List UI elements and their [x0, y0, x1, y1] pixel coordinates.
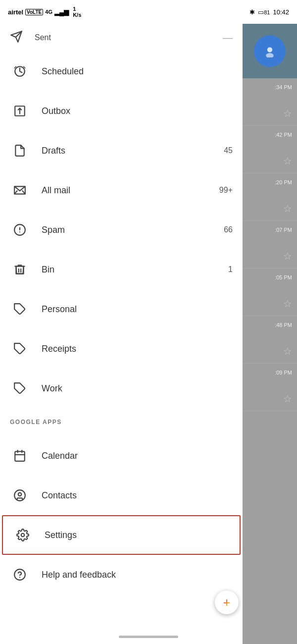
peek-email-row-5: :05 PM ☆ [243, 268, 297, 316]
main-layout: Sent — Scheduled [0, 24, 297, 644]
peek-star-2: ☆ [283, 155, 292, 167]
scheduled-icon [10, 61, 30, 81]
peek-time-2: :42 PM [275, 132, 292, 138]
drafts-badge: 45 [224, 146, 233, 155]
data-speed: 1K/s [73, 6, 81, 18]
allmail-icon [10, 180, 30, 200]
personal-icon [10, 299, 30, 319]
bin-item[interactable]: Bin 1 [0, 250, 243, 289]
allmail-item[interactable]: All mail 99+ [0, 170, 243, 210]
svg-rect-10 [16, 267, 23, 274]
peek-email-row-2: :42 PM ☆ [243, 126, 297, 173]
email-peek-panel: :34 PM ☆ :42 PM ☆ :20 PM ☆ :07 PM ☆ :05 … [243, 24, 297, 644]
outbox-item[interactable]: Outbox [0, 91, 243, 131]
settings-icon [13, 525, 33, 545]
outbox-label: Outbox [42, 106, 233, 116]
network-type: VoLTE [25, 9, 43, 15]
spam-badge: 66 [224, 225, 233, 234]
email-list-peek: :34 PM ☆ :42 PM ☆ :20 PM ☆ :07 PM ☆ :05 … [243, 78, 297, 644]
personal-item[interactable]: Personal [0, 289, 243, 329]
sent-item[interactable]: Sent — [0, 24, 243, 52]
sent-icon [10, 30, 23, 45]
bin-icon [10, 260, 30, 279]
peek-time-3: :20 PM [275, 179, 292, 185]
help-label: Help and feedback [42, 570, 233, 580]
receipts-item[interactable]: Receipts [0, 329, 243, 369]
calendar-label: Calendar [42, 451, 233, 461]
bin-badge: 1 [228, 265, 233, 274]
avatar-container [243, 24, 297, 78]
signal-4g: 4G [45, 9, 52, 15]
contacts-item[interactable]: Contacts [0, 476, 243, 515]
calendar-item[interactable]: Calendar [0, 436, 243, 476]
peek-email-row-6: :48 PM ☆ [243, 316, 297, 364]
drafts-label: Drafts [42, 146, 212, 156]
time-label: 10:42 [273, 8, 289, 16]
navigation-drawer: Sent — Scheduled [0, 24, 243, 644]
peek-time-1: :34 PM [275, 84, 292, 90]
battery-icon: ▭81 [258, 8, 270, 16]
contacts-icon [10, 485, 30, 505]
outbox-icon [10, 101, 30, 121]
svg-rect-11 [15, 451, 25, 461]
drafts-item[interactable]: Drafts 45 [0, 131, 243, 170]
settings-label: Settings [45, 530, 230, 540]
receipts-label: Receipts [42, 344, 233, 354]
work-label: Work [42, 383, 233, 394]
svg-point-16 [18, 493, 22, 496]
work-item[interactable]: Work [0, 369, 243, 408]
peek-email-row-1: :34 PM ☆ [243, 78, 297, 126]
spam-label: Spam [42, 225, 212, 235]
compose-fab[interactable]: + [215, 590, 239, 614]
spam-icon [10, 220, 30, 240]
scheduled-item[interactable]: Scheduled [0, 52, 243, 91]
peek-star-4: ☆ [283, 250, 292, 262]
bin-label: Bin [42, 265, 216, 275]
google-apps-section-label: GOOGLE APPS [0, 408, 243, 436]
scheduled-label: Scheduled [42, 66, 233, 77]
personal-label: Personal [42, 304, 233, 315]
svg-point-21 [267, 47, 272, 52]
peek-email-row-3: :20 PM ☆ [243, 173, 297, 221]
peek-time-4: :07 PM [275, 227, 292, 233]
peek-time-7: :09 PM [275, 370, 292, 376]
peek-star-3: ☆ [283, 203, 292, 215]
peek-star-5: ☆ [283, 298, 292, 310]
peek-star-6: ☆ [283, 345, 292, 357]
allmail-badge: 99+ [219, 186, 233, 195]
peek-star-7: ☆ [283, 393, 292, 405]
bluetooth-icon: ✱ [249, 8, 255, 16]
work-icon [10, 378, 30, 398]
carrier-label: airtel [8, 8, 23, 16]
status-right: ✱ ▭81 10:42 [249, 8, 289, 16]
calendar-icon [10, 446, 30, 466]
avatar [254, 35, 286, 67]
drafts-icon [10, 141, 30, 161]
spam-item[interactable]: Spam 66 [0, 210, 243, 250]
contacts-label: Contacts [42, 490, 233, 501]
status-left: airtel VoLTE 4G ▂▄▆ 1K/s [8, 6, 81, 18]
svg-point-17 [21, 534, 25, 537]
peek-email-row-7: :09 PM ☆ [243, 364, 297, 411]
help-item[interactable]: Help and feedback [0, 555, 243, 594]
compose-plus-icon: + [223, 595, 230, 610]
home-indicator [119, 636, 178, 638]
allmail-label: All mail [42, 185, 207, 196]
peek-email-row-4: :07 PM ☆ [243, 221, 297, 268]
peek-time-6: :48 PM [275, 322, 292, 328]
status-bar: airtel VoLTE 4G ▂▄▆ 1K/s ✱ ▭81 10:42 [0, 0, 297, 24]
help-icon [10, 565, 30, 585]
sent-label: Sent [35, 33, 51, 42]
settings-item[interactable]: Settings [2, 515, 241, 555]
peek-star-1: ☆ [283, 107, 292, 119]
receipts-icon [10, 339, 30, 359]
peek-time-5: :05 PM [275, 274, 292, 280]
signal-bars: ▂▄▆ [54, 8, 69, 16]
